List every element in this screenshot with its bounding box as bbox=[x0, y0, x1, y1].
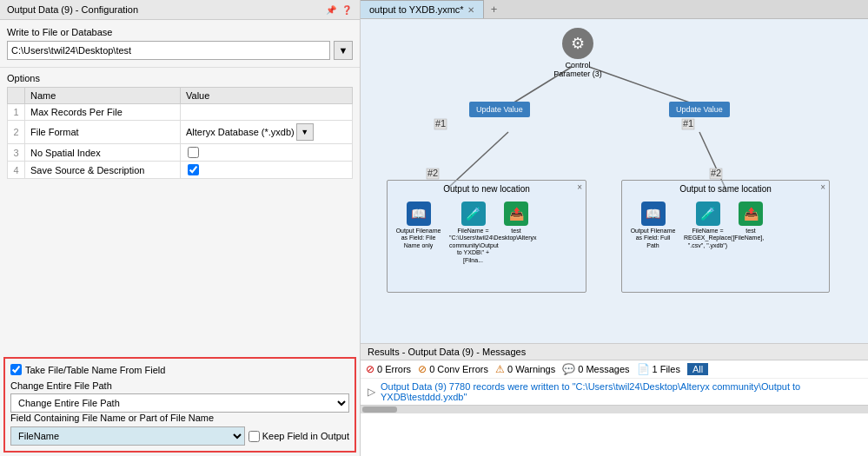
take-field-checkbox[interactable] bbox=[10, 364, 22, 375]
group-close-same[interactable]: × bbox=[820, 182, 825, 192]
horizontal-scrollbar[interactable] bbox=[361, 405, 868, 413]
result-message: Output Data (9) 7780 records were writte… bbox=[381, 381, 861, 402]
row-num-2: 2 bbox=[8, 121, 25, 144]
files-icon: 📄 bbox=[637, 363, 650, 375]
book-icon-2: 📖 bbox=[641, 202, 666, 226]
expand-icon[interactable]: ▷ bbox=[368, 386, 375, 398]
update-value-node-1[interactable]: Update Value bbox=[469, 102, 530, 117]
file-path-row: ▼ bbox=[7, 41, 353, 60]
book-icon: 📖 bbox=[407, 202, 431, 226]
keep-field-checkbox[interactable] bbox=[248, 431, 260, 442]
take-field-label: Take File/Table Name From Field bbox=[25, 365, 165, 375]
output-filename-field-node[interactable]: 📖 Output Filename as Field: File Name on… bbox=[394, 202, 442, 249]
change-path-select[interactable]: Change Entire File Path bbox=[10, 393, 349, 413]
field-containing-label: Field Containing File Name or Part of Fi… bbox=[10, 413, 349, 423]
canvas-tab[interactable]: output to YXDB.yxmc* ✕ bbox=[361, 0, 484, 18]
row-num-4: 4 bbox=[8, 162, 25, 179]
row-num-1: 1 bbox=[8, 104, 25, 121]
results-content: ▷ Output Data (9) 7780 records were writ… bbox=[361, 379, 868, 405]
file-path-input[interactable] bbox=[7, 41, 330, 60]
all-button[interactable]: All bbox=[687, 363, 708, 375]
svg-text:#1: #1 bbox=[435, 118, 446, 129]
update-value-node-2[interactable]: Update Value bbox=[669, 102, 730, 117]
output-new-location-group: Output to new location × 📖 Output Filena… bbox=[387, 180, 586, 293]
error-icon: ⊘ bbox=[366, 363, 374, 375]
output-test-node-1[interactable]: 📤 test bbox=[504, 202, 528, 235]
output-fullpath-label: Output Filename as Field: Full Path bbox=[629, 228, 677, 249]
col-name: Name bbox=[25, 88, 181, 104]
row-name-1: Max Records Per File bbox=[25, 104, 181, 121]
group-close-new[interactable]: × bbox=[577, 182, 582, 192]
results-header: Results - Output Data (9) - Messages bbox=[361, 344, 868, 360]
svg-text:#2: #2 bbox=[427, 168, 438, 178]
results-panel: Results - Output Data (9) - Messages ⊘ 0… bbox=[361, 343, 868, 456]
group-title-same: Output to same location bbox=[679, 184, 772, 194]
output-filename-fullpath-node[interactable]: 📖 Output Filename as Field: Full Path bbox=[629, 202, 677, 249]
files-badge: 📄 1 Files bbox=[637, 363, 680, 375]
svg-rect-10 bbox=[710, 169, 722, 179]
update-value-box-1: Update Value bbox=[469, 102, 530, 117]
conv-errors-count: 0 Conv Errors bbox=[429, 364, 488, 374]
pin-icon[interactable]: 📌 bbox=[325, 3, 337, 16]
gear-icon: ⚙ bbox=[562, 28, 593, 59]
table-row: 3 No Spatial Index bbox=[8, 144, 353, 162]
row-name-2: File Format bbox=[25, 121, 181, 144]
svg-rect-6 bbox=[682, 119, 694, 129]
right-panel: output to YXDB.yxmc* ✕ + #1 #1 #2 bbox=[361, 0, 868, 456]
svg-text:#1: #1 bbox=[683, 118, 693, 129]
bottom-section: Take File/Table Name From Field Change E… bbox=[3, 357, 356, 453]
field-containing-group: Field Containing File Name or Part of Fi… bbox=[10, 413, 349, 446]
tab-bar: output to YXDB.yxmc* ✕ + bbox=[361, 0, 868, 19]
conv-error-icon: ⊘ bbox=[418, 363, 427, 375]
errors-badge: ⊘ 0 Errors bbox=[366, 363, 411, 375]
tab-close-icon[interactable]: ✕ bbox=[467, 5, 474, 15]
output-icon-2: 📤 bbox=[739, 202, 763, 226]
help-icon[interactable]: ❓ bbox=[341, 3, 353, 16]
filename-formula-node[interactable]: 🧪 FileName = "C:\Users\twil24\Desktop\Al… bbox=[449, 202, 497, 264]
filename-formula-label: FileName = "C:\Users\twil24\Desktop\Alte… bbox=[449, 228, 497, 264]
test-label-1: test bbox=[511, 228, 520, 235]
col-value: Value bbox=[181, 88, 353, 104]
warnings-badge: ⚠ 0 Warnings bbox=[495, 363, 555, 375]
table-row: 4 Save Source & Description bbox=[8, 162, 353, 179]
svg-rect-4 bbox=[434, 119, 447, 129]
field-row: FileName Keep Field in Output bbox=[10, 426, 349, 446]
row-value-4 bbox=[181, 162, 353, 179]
save-source-checkbox[interactable] bbox=[188, 164, 199, 175]
row-value-2: Alteryx Database (*.yxdb) ▼ bbox=[181, 121, 353, 144]
format-text: Alteryx Database (*.yxdb) bbox=[186, 127, 295, 137]
message-icon: 💬 bbox=[562, 363, 575, 375]
control-param-label: Control Parameter (3) bbox=[547, 61, 608, 78]
take-field-row: Take File/Table Name From Field bbox=[10, 364, 349, 375]
no-spatial-index-checkbox[interactable] bbox=[188, 147, 199, 158]
options-label: Options bbox=[7, 73, 353, 83]
panel-header: Output Data (9) - Configuration 📌 ❓ bbox=[0, 0, 360, 20]
col-num bbox=[8, 88, 25, 104]
results-toolbar: ⊘ 0 Errors ⊘ 0 Conv Errors ⚠ 0 Warnings … bbox=[361, 360, 868, 379]
panel-title: Output Data (9) - Configuration bbox=[7, 4, 138, 15]
update-value-box-2: Update Value bbox=[669, 102, 730, 117]
warnings-count: 0 Warnings bbox=[507, 364, 555, 374]
svg-text:#2: #2 bbox=[711, 168, 721, 178]
format-cell: Alteryx Database (*.yxdb) ▼ bbox=[186, 123, 347, 141]
new-location-nodes: 📖 Output Filename as Field: File Name on… bbox=[394, 202, 579, 264]
keep-field-text: Keep Field in Output bbox=[262, 431, 349, 441]
messages-badge: 💬 0 Messages bbox=[562, 363, 629, 375]
output-filename-label: Output Filename as Field: File Name only bbox=[394, 228, 442, 249]
header-icons: 📌 ❓ bbox=[325, 3, 353, 16]
canvas-area[interactable]: #1 #1 #2 #2 ⚙ Control Parameter (3) Upda… bbox=[361, 19, 868, 343]
format-dropdown-button[interactable]: ▼ bbox=[296, 123, 314, 141]
browse-button[interactable]: ▼ bbox=[334, 41, 353, 60]
field-containing-select[interactable]: FileName bbox=[10, 426, 245, 446]
row-name-4: Save Source & Description bbox=[25, 162, 181, 179]
tab-add-button[interactable]: + bbox=[484, 0, 505, 18]
table-row: 1 Max Records Per File bbox=[8, 104, 353, 121]
tab-label: output to YXDB.yxmc* bbox=[369, 4, 464, 15]
group-title-new: Output to new location bbox=[443, 184, 530, 194]
files-count: 1 Files bbox=[653, 364, 680, 374]
control-param-node[interactable]: ⚙ Control Parameter (3) bbox=[547, 28, 608, 78]
filename-replace-label: FileName = REGEX_Replace([FileName], ".c… bbox=[684, 228, 732, 249]
output-same-location-group: Output to same location × 📖 Output Filen… bbox=[621, 180, 830, 293]
filename-replace-node[interactable]: 🧪 FileName = REGEX_Replace([FileName], "… bbox=[684, 202, 732, 249]
output-test-node-2[interactable]: 📤 test bbox=[739, 202, 763, 235]
